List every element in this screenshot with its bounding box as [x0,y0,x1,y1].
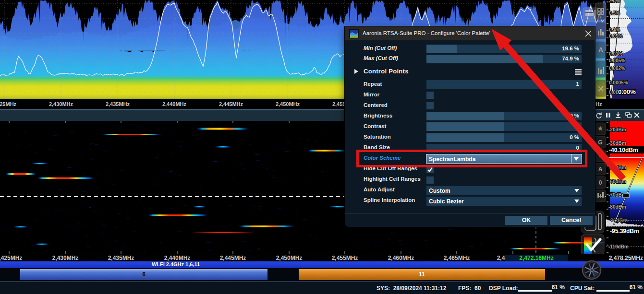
svg-text:0.5%: 0.5% [609,11,620,16]
svg-text:-30dBm: -30dBm [608,141,626,146]
svg-text:0.00%: 0.00% [618,88,636,95]
svg-text:2,445MHz: 2,445MHz [219,101,243,107]
svg-text:A: A [598,46,603,53]
svg-text:2,430MHz: 2,430MHz [49,101,73,107]
svg-text:-50dBm: -50dBm [608,165,626,170]
svg-text:-40.10dBm: -40.10dBm [609,147,638,153]
svg-text:G: G [598,139,602,146]
svg-text:0: 0 [599,179,602,186]
svg-text:-95.39dBm: -95.39dBm [610,228,639,235]
svg-text:0.005%: 0.005% [609,58,625,63]
svg-text:2,425MHz: 2,425MHz [0,101,17,107]
svg-text:-20dBm: -20dBm [608,127,626,132]
svg-text:Hz: Hz [595,101,602,107]
svg-text:-80dBm: -80dBm [608,204,626,210]
svg-text:0.1%: 0.1% [609,27,620,33]
svg-text:0.01%: 0.01% [609,51,622,57]
svg-text:0.002%: 0.002% [609,66,625,71]
svg-text:0.0005%: 0.0005% [609,80,628,85]
svg-text:2.0%: 2.0% [609,0,620,3]
svg-text:2,440MHz: 2,440MHz [162,101,187,107]
svg-text:A: A [598,166,603,173]
svg-text:-60dBm: -60dBm [608,179,626,184]
svg-text:2,450MHz: 2,450MHz [276,101,300,107]
svg-text:2,435MHz: 2,435MHz [106,101,130,107]
svg-text:0.05%: 0.05% [609,34,622,39]
